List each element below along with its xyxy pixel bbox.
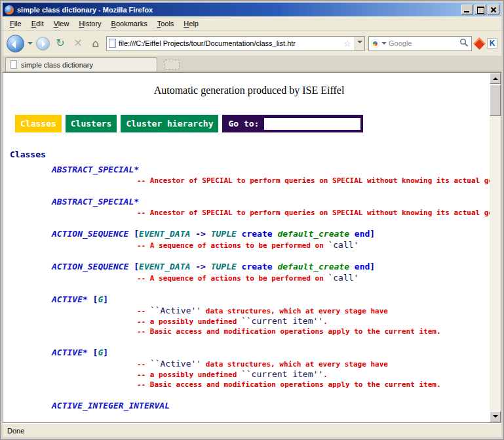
vertical-scrollbar[interactable] [490,73,501,422]
token-pln: [ [128,262,139,271]
token-q: ``Active'' [150,359,201,369]
page-viewport: Automatic generation produced by ISE Eif… [3,72,501,423]
class-list: ABSTRACT_SPECIAL*-- Ancestor of SPECIAL … [52,164,490,412]
token-q: ``Active'' [150,306,201,315]
class-signature-link[interactable]: ACTIVE* [G] [52,347,490,359]
tab-simple-class-dictionary[interactable]: simple class dictionary [5,57,157,71]
goto-box: Go to: [222,115,363,132]
reload-button[interactable]: ↻ [53,35,68,51]
token-feat: default_create [277,262,349,271]
class-comment: -- ``Active'' data structures, which at … [137,306,490,316]
token-cls: ACTION_SEQUENCE [52,229,128,239]
menubar: FileEditViewHistoryBookmarksToolsHelp [3,16,501,31]
address-bar: ☆ [106,36,365,51]
token-gen: TUPLE [211,229,237,239]
menu-tools[interactable]: Tools [153,18,179,30]
search-engine-dropdown-icon[interactable] [381,42,387,47]
token-cmt: -- Basic access and modification operati… [137,380,441,389]
search-go-icon[interactable] [459,38,469,49]
menu-history[interactable]: History [74,18,106,30]
class-signature-link[interactable]: ACTION_SEQUENCE [EVENT_DATA -> TUPLE cre… [52,261,490,273]
back-arrow-icon [12,41,16,49]
url-dropdown-button[interactable] [355,37,364,50]
token-pln: ] [370,229,375,239]
url-input[interactable] [119,39,340,47]
token-gen: EVENT_DATA [139,262,190,271]
class-comment: -- a possibly undefined ``current item''… [137,369,490,380]
class-signature-link[interactable]: ACTION_SEQUENCE [EVENT_DATA -> TUPLE cre… [52,228,490,240]
menu-help[interactable]: Help [179,18,203,30]
classes-section-title: Classes [10,150,490,160]
token-cls: ACTIVE* [52,348,88,357]
browser-window: simple class dictionary - Mozilla Firefo… [0,0,504,440]
class-signature-link[interactable]: ACTIVE_INTEGER_INTERVAL [52,400,490,412]
search-input[interactable] [389,39,457,47]
menu-file[interactable]: File [5,18,26,30]
token-pln: -> [190,262,210,271]
new-tab-button[interactable] [164,60,180,70]
k-extension-icon[interactable]: K [487,38,497,49]
close-button[interactable] [488,5,499,14]
status-text: Done [7,427,24,435]
class-comment: -- A sequence of actions to be performed… [137,273,490,283]
token-cmt: -- [137,360,150,369]
page-content: Automatic generation produced by ISE Eif… [3,73,490,422]
token-cmt: -- Ancestor of SPECIAL to perform querie… [137,176,490,185]
back-button[interactable] [7,35,24,52]
class-comment: -- A sequence of actions to be performed… [137,240,490,250]
scroll-up-button[interactable] [490,73,501,84]
titlebar[interactable]: simple class dictionary - Mozilla Firefo… [3,3,501,16]
token-kw: end [349,262,370,271]
menu-edit[interactable]: Edit [27,18,48,30]
token-cmt: . [323,317,328,326]
token-cmt: -- A sequence of actions to be performed… [137,274,328,283]
class-signature-link[interactable]: ACTIVE* [G] [52,294,490,306]
class-comment: -- Ancestor of SPECIAL to perform querie… [137,208,490,218]
token-kw: end [349,229,370,239]
forward-button[interactable] [36,37,50,50]
menu-view[interactable]: View [49,18,74,30]
token-cmt: data structures, which at every stage ha… [201,360,388,369]
scroll-down-button[interactable] [490,411,501,422]
goto-input[interactable] [264,118,360,130]
menu-bookmarks[interactable]: Bookmarks [107,18,152,30]
classes-button[interactable]: Classes [15,115,62,132]
search-box [368,36,472,51]
token-cls: ABSTRACT_SPECIAL* [52,197,139,207]
token-kw: create [237,229,278,239]
class-entry: ACTIVE* [G]-- ``Active'' data structures… [52,294,490,336]
class-signature-link[interactable]: ABSTRACT_SPECIAL* [52,196,490,208]
window-title: simple class dictionary - Mozilla Firefo… [17,6,458,14]
minimize-button[interactable] [461,5,473,14]
token-gen: TUPLE [211,262,237,271]
scrollbar-thumb[interactable] [490,85,501,116]
class-comment: -- Basic access and modification operati… [137,380,490,390]
token-cmt: -- a possibly undefined [137,370,241,379]
token-cmt: -- Ancestor of SPECIAL to perform querie… [137,209,490,217]
clusters-button[interactable]: Clusters [66,115,117,132]
token-cmt: -- A sequence of actions to be performed… [137,241,328,250]
tab-bar: simple class dictionary [3,56,501,72]
chevron-down-icon [357,41,362,46]
class-signature-link[interactable]: ABSTRACT_SPECIAL* [52,164,490,176]
bookmark-star-icon[interactable]: ☆ [343,39,352,49]
doc-nav-row: Classes Clusters Cluster hierarchy Go to… [15,115,490,132]
back-history-dropdown-icon[interactable] [28,42,33,47]
status-bar: Done [3,423,501,437]
class-entry: ABSTRACT_SPECIAL*-- Ancestor of SPECIAL … [52,164,490,186]
token-pln: [ [88,348,98,357]
page-favicon [109,39,116,48]
token-q: `call' [328,240,359,250]
maximize-button[interactable] [475,5,486,14]
google-engine-icon[interactable] [371,39,379,48]
class-entry: ABSTRACT_SPECIAL*-- Ancestor of SPECIAL … [52,196,490,218]
token-cls: ABSTRACT_SPECIAL* [52,165,139,174]
triangle-up-icon [493,75,498,80]
stop-button[interactable]: ✕ [71,35,85,51]
token-cmt: -- a possibly undefined [137,317,241,326]
token-q: `call' [328,273,359,283]
extension-icon[interactable] [473,37,485,49]
forward-arrow-icon [42,41,45,47]
home-button[interactable]: ⌂ [88,35,103,51]
cluster-hierarchy-button[interactable]: Cluster hierarchy [121,115,218,132]
